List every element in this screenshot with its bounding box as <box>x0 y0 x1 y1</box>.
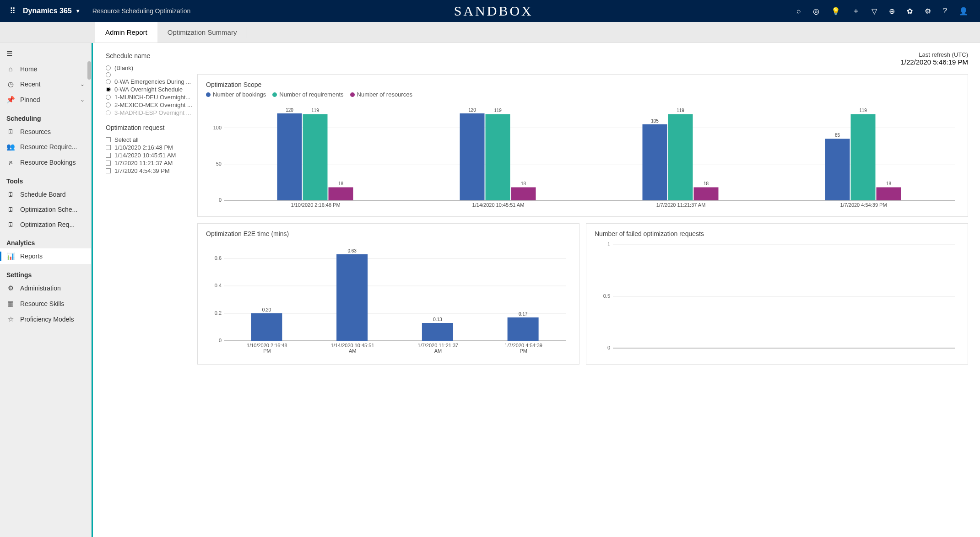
schedule-radio-munich[interactable]: 1-MUNICH-DEU Overnight... <box>106 93 197 101</box>
sidebar-scrollbar[interactable] <box>87 61 91 80</box>
sidebar-item-label: Optimization Req... <box>20 221 75 228</box>
svg-text:0.13: 0.13 <box>433 317 442 322</box>
opt-check-1[interactable]: 1/10/2020 2:16:48 PM <box>106 144 197 151</box>
refresh-label: Last refresh (UTC) <box>197 51 968 58</box>
sidebar-item-resource-require[interactable]: 👥Resource Require... <box>0 139 91 155</box>
svg-text:1/7/2020 4:54:39: 1/7/2020 4:54:39 <box>504 343 542 348</box>
svg-rect-52 <box>422 323 453 341</box>
schedule-radio-blank[interactable]: (Blank) <box>106 64 197 72</box>
topbar-actions: ⌕ ◎ 💡 ＋ ▽ ⊕ ✿ ⚙ ? 👤 <box>796 6 975 16</box>
pin-icon: 📌 <box>6 96 15 104</box>
chart-title: Number of failed optimization requests <box>595 230 959 237</box>
puzzle-icon[interactable]: ✿ <box>907 7 913 16</box>
schedule-radio-mexico[interactable]: 2-MEXICO-MEX Overnight ... <box>106 101 197 109</box>
clock-icon: ◷ <box>6 80 15 88</box>
brand-dropdown[interactable]: Dynamics 365 ▼ <box>23 7 81 15</box>
sidebar-item-label: Resource Require... <box>20 143 77 150</box>
svg-text:0.5: 0.5 <box>603 293 610 299</box>
sidebar-item-label: Resource Bookings <box>20 159 76 166</box>
check-label: 1/14/2020 10:45:51 AM <box>114 152 176 159</box>
check-label: 1/10/2020 2:16:48 PM <box>114 144 173 151</box>
sidebar: ☰ ⌂Home ◷Recent⌄ 📌Pinned⌄ Scheduling 🗓Re… <box>0 43 92 537</box>
svg-text:18: 18 <box>886 181 892 186</box>
gear-icon: ⚙ <box>6 284 15 292</box>
opt-check-2[interactable]: 1/14/2020 10:45:51 AM <box>106 151 197 159</box>
radio-label: 2-MEXICO-MEX Overnight ... <box>114 102 192 108</box>
sidebar-item-pinned[interactable]: 📌Pinned⌄ <box>0 92 91 107</box>
sidebar-section-tools: Tools <box>0 170 91 187</box>
tab-optimization-summary[interactable]: Optimization Summary <box>157 22 247 43</box>
legend-resources: Number of resources <box>350 91 412 98</box>
opt-check-all[interactable]: Select all <box>106 136 197 144</box>
chart-legend: Number of bookings Number of requirement… <box>206 91 959 98</box>
opt-check-4[interactable]: 1/7/2020 4:54:39 PM <box>106 167 197 175</box>
opt-sche-icon: 🗓 <box>6 205 15 213</box>
svg-rect-11 <box>329 187 353 200</box>
svg-text:PM: PM <box>263 348 271 354</box>
charts-area: Last refresh (UTC) 1/22/2020 5:46:19 PM … <box>197 43 980 537</box>
sidebar-item-opt-sche[interactable]: 🗓Optimization Sche... <box>0 202 91 217</box>
sidebar-item-resource-bookings[interactable]: ጾResource Bookings <box>0 155 91 170</box>
sidebar-item-opt-req[interactable]: 🗓Optimization Req... <box>0 217 91 232</box>
tab-admin-report[interactable]: Admin Report <box>95 22 157 43</box>
gear-icon[interactable]: ⚙ <box>925 7 931 16</box>
schedule-radio-empty[interactable] <box>106 72 197 78</box>
filter-schedule-title: Schedule name <box>106 52 197 59</box>
refresh-info: Last refresh (UTC) 1/22/2020 5:46:19 PM <box>197 51 968 66</box>
sidebar-toggle-icon[interactable]: ☰ <box>0 46 91 61</box>
sidebar-item-reports[interactable]: 📊Reports <box>0 248 91 264</box>
svg-rect-30 <box>851 114 876 200</box>
sidebar-item-home[interactable]: ⌂Home <box>0 61 91 76</box>
filter-icon[interactable]: ▽ <box>872 7 877 16</box>
sidebar-item-label: Recent <box>20 81 40 88</box>
search-icon[interactable]: ⌕ <box>796 7 801 15</box>
target-icon[interactable]: ◎ <box>813 7 819 16</box>
sidebar-item-schedule-board[interactable]: 🗓Schedule Board <box>0 187 91 202</box>
chevron-down-icon: ⌄ <box>80 81 85 87</box>
svg-text:119: 119 <box>677 108 684 113</box>
check-label: 1/7/2020 4:54:39 PM <box>114 167 170 174</box>
svg-text:50: 50 <box>216 161 222 166</box>
brand-label: Dynamics 365 <box>23 7 72 15</box>
svg-text:18: 18 <box>704 181 709 186</box>
sidebar-item-recent[interactable]: ◷Recent⌄ <box>0 76 91 92</box>
filter-opt-title: Optimization request <box>106 124 197 131</box>
app-launcher-icon[interactable]: ⠿ <box>5 6 20 16</box>
add-icon[interactable]: ＋ <box>852 6 860 16</box>
svg-text:0.17: 0.17 <box>519 311 528 317</box>
svg-text:1/10/2020 2:16:48: 1/10/2020 2:16:48 <box>247 343 287 348</box>
sidebar-item-resource-skills[interactable]: ▦Resource Skills <box>0 296 91 311</box>
schedule-radio-wa-overnight[interactable]: 0-WA Overnight Schedule <box>106 86 197 93</box>
chart-e2e-card: Optimization E2E time (mins) 00.20.40.60… <box>197 223 579 365</box>
sidebar-item-label: Pinned <box>20 96 40 103</box>
star-icon: ☆ <box>6 315 15 323</box>
svg-text:1/14/2020 10:45:51: 1/14/2020 10:45:51 <box>331 343 374 348</box>
chart-scope: 050100120119181/10/2020 2:16:48 PM120119… <box>206 102 959 211</box>
svg-text:120: 120 <box>468 107 476 113</box>
svg-rect-44 <box>251 313 282 341</box>
svg-text:0.20: 0.20 <box>262 307 271 312</box>
chart-e2e: 00.20.40.60.201/10/2020 2:16:48PM0.631/1… <box>206 240 571 359</box>
schedule-radio-madrid[interactable]: 3-MADRID-ESP Overnight ... <box>106 109 197 117</box>
radio-label: 0-WA Emergencies During ... <box>114 78 191 85</box>
sidebar-item-proficiency[interactable]: ☆Proficiency Models <box>0 311 91 327</box>
svg-rect-48 <box>336 254 368 341</box>
svg-text:85: 85 <box>835 133 840 138</box>
lightbulb-icon[interactable]: 💡 <box>831 7 840 16</box>
plus-circle-icon[interactable]: ⊕ <box>889 7 895 16</box>
sidebar-item-resources[interactable]: 🗓Resources <box>0 124 91 139</box>
sidebar-item-label: Home <box>20 65 37 73</box>
svg-text:18: 18 <box>338 181 344 186</box>
svg-text:0: 0 <box>219 197 222 203</box>
sidebar-item-administration[interactable]: ⚙Administration <box>0 280 91 296</box>
opt-check-3[interactable]: 1/7/2020 11:21:37 AM <box>106 159 197 167</box>
svg-text:119: 119 <box>494 108 502 113</box>
chart-failed-card: Number of failed optimization requests 0… <box>586 223 968 365</box>
svg-rect-14 <box>460 113 485 200</box>
svg-rect-9 <box>303 114 328 200</box>
help-icon[interactable]: ? <box>943 7 947 15</box>
schedule-radio-wa-emerg[interactable]: 0-WA Emergencies During ... <box>106 78 197 86</box>
check-label: Select all <box>114 136 139 143</box>
legend-bookings: Number of bookings <box>206 91 266 98</box>
user-icon[interactable]: 👤 <box>959 7 968 16</box>
